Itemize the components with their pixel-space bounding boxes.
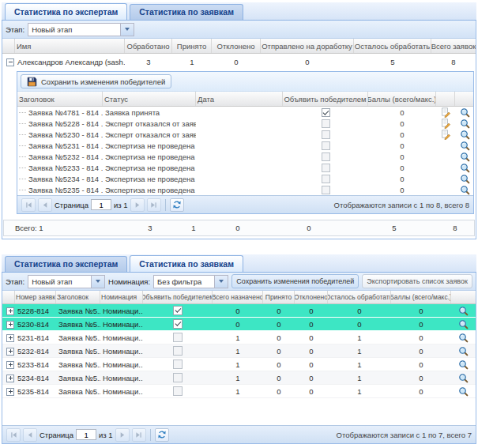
collapse-icon[interactable]	[6, 58, 14, 66]
column-header-accepted[interactable]: Принято	[172, 39, 212, 53]
magnifier-icon[interactable]	[460, 119, 470, 129]
prev-page-button[interactable]	[23, 428, 37, 442]
magnifier-icon[interactable]	[458, 360, 469, 370]
column-header-name[interactable]: Имя	[15, 39, 125, 53]
magnifier-icon[interactable]	[460, 174, 470, 184]
magnifier-icon[interactable]	[460, 130, 470, 140]
expand-icon[interactable]	[6, 334, 14, 342]
winner-checkbox[interactable]	[322, 175, 330, 183]
request-subrow[interactable]: Заявка №5228 - 814 ... Эксперт отказался…	[17, 118, 473, 129]
winner-checkbox[interactable]	[322, 108, 330, 117]
edit-icon[interactable]	[441, 119, 451, 129]
refresh-button[interactable]	[170, 198, 184, 212]
expand-icon[interactable]	[6, 361, 14, 369]
page-input[interactable]	[76, 429, 96, 440]
request-row[interactable]: 5234-814 Заявка №5... Номинаци... 1 0 0 …	[2, 371, 476, 385]
request-row[interactable]: 5231-814 Заявка №5... Номинаци... 1 0 0 …	[2, 331, 476, 344]
winner-checkbox[interactable]	[173, 386, 183, 396]
magnifier-icon[interactable]	[460, 152, 470, 162]
column-header-status[interactable]: Статус	[103, 92, 196, 106]
magnifier-icon[interactable]	[460, 163, 470, 173]
export-requests-button[interactable]: Экспортировать список заявок	[362, 274, 472, 288]
column-header-sent-rework[interactable]: Отправлено на доработку	[261, 39, 354, 53]
edit-icon[interactable]	[441, 130, 451, 140]
winner-checkbox[interactable]	[322, 141, 330, 150]
winner-checkbox[interactable]	[173, 360, 183, 369]
next-page-button[interactable]	[115, 428, 130, 442]
magnifier-icon[interactable]	[460, 141, 470, 151]
last-page-button[interactable]	[147, 198, 161, 212]
expand-icon[interactable]	[6, 307, 14, 315]
request-subrow[interactable]: Заявка №5232 - 814 ... Экспертиза не про…	[17, 151, 473, 162]
magnifier-icon[interactable]	[458, 306, 469, 316]
winner-checkbox[interactable]	[322, 186, 330, 194]
tab-experts-stats[interactable]: Статистика по экспертам	[5, 256, 127, 272]
magnifier-icon[interactable]	[458, 373, 469, 383]
request-row[interactable]: 5228-814 Заявка №5... Номинаци... 0 0 0 …	[2, 304, 476, 318]
refresh-button[interactable]	[155, 428, 169, 442]
edit-icon[interactable]	[441, 107, 451, 118]
request-subrow[interactable]: Заявка №5235 - 814 ... Экспертиза не про…	[17, 184, 473, 195]
winner-checkbox[interactable]	[173, 333, 183, 342]
magnifier-icon[interactable]	[458, 319, 469, 329]
chevron-down-icon[interactable]	[120, 24, 134, 36]
column-header-nomination[interactable]: Номинация	[100, 291, 143, 303]
magnifier-icon[interactable]	[458, 386, 469, 397]
request-subrow[interactable]: Заявка №5231 - 814 ... Экспертиза не про…	[17, 140, 473, 151]
winner-checkbox[interactable]	[173, 319, 183, 329]
request-row[interactable]: 5235-814 Заявка №5... Номинаци... 1 0 0 …	[2, 385, 476, 398]
stage-select[interactable]: Новый этап	[28, 275, 105, 288]
column-header-title[interactable]: Заголовок	[17, 92, 103, 106]
magnifier-icon[interactable]	[458, 333, 469, 343]
tab-experts-stats[interactable]: Статистика по экспертам	[5, 3, 127, 20]
first-page-button[interactable]	[6, 428, 21, 442]
column-header-points[interactable]: Баллы (всего/макс.)	[391, 291, 451, 303]
first-page-button[interactable]	[21, 198, 36, 212]
column-header-declined[interactable]: Отклонено	[212, 39, 261, 53]
column-header-declined[interactable]: Отклонено	[295, 291, 328, 303]
column-header-total[interactable]: Всего заявок	[431, 39, 476, 53]
column-header-declare-winner[interactable]: Объявить победителем	[283, 92, 368, 106]
chevron-down-icon[interactable]	[91, 276, 104, 288]
magnifier-icon[interactable]	[460, 185, 470, 195]
expert-row[interactable]: Александров Александр (sash.ex... 3 1 0 …	[2, 54, 476, 70]
column-header-remaining[interactable]: Осталось обработать	[354, 39, 431, 53]
tab-requests-stats[interactable]: Статистика по заявкам	[130, 255, 243, 272]
nomination-select[interactable]: Без фильтра	[153, 275, 228, 288]
magnifier-icon[interactable]	[458, 346, 469, 356]
request-row[interactable]: 5230-814 Заявка №5... Номинаци... 0 0 0 …	[2, 318, 476, 331]
column-header-declare-winner[interactable]: Объявить победителем	[143, 291, 213, 303]
request-subrow[interactable]: Заявка №4781 - 814 ... Заявка принята 0	[17, 107, 473, 118]
prev-page-button[interactable]	[38, 198, 52, 212]
column-header-title[interactable]: Заголовок	[56, 291, 100, 303]
chevron-down-icon[interactable]	[214, 276, 228, 288]
save-winners-button[interactable]: Сохранить изменения победителей	[231, 274, 359, 288]
expand-icon[interactable]	[6, 321, 14, 329]
column-header-number[interactable]: Номер заявки	[15, 291, 56, 303]
next-page-button[interactable]	[130, 198, 145, 212]
request-subrow[interactable]: Заявка №5233 - 814 ... Экспертиза не про…	[17, 162, 473, 173]
request-subrow[interactable]: Заявка №5230 - 814 ... Эксперт отказался…	[17, 129, 473, 140]
save-winners-button[interactable]: Сохранить изменения победителей	[21, 74, 171, 88]
magnifier-icon[interactable]	[460, 107, 470, 118]
request-row[interactable]: 5233-814 Заявка №5... Номинаци... 1 0 0 …	[2, 358, 476, 371]
column-header-points[interactable]: Баллы (всего/макс.)	[368, 92, 436, 106]
winner-checkbox[interactable]	[322, 152, 330, 161]
winner-checkbox[interactable]	[173, 306, 183, 315]
stage-select[interactable]: Новый этап	[28, 23, 134, 36]
expand-icon[interactable]	[6, 375, 14, 382]
winner-checkbox[interactable]	[322, 119, 330, 128]
column-header-accepted[interactable]: Принято	[263, 291, 295, 303]
winner-checkbox[interactable]	[173, 373, 183, 382]
page-input[interactable]	[91, 199, 111, 210]
request-subrow[interactable]: Заявка №5234 - 814 ... Экспертиза не про…	[17, 173, 473, 184]
winner-checkbox[interactable]	[173, 346, 183, 356]
column-header-remaining[interactable]: Осталось обработать	[328, 291, 391, 303]
winner-checkbox[interactable]	[322, 130, 330, 139]
expand-icon[interactable]	[6, 348, 14, 356]
expand-icon[interactable]	[6, 388, 14, 396]
last-page-button[interactable]	[132, 428, 146, 442]
tab-requests-stats[interactable]: Статистика по заявкам	[130, 4, 243, 20]
request-row[interactable]: 5232-814 Заявка №5... Номинаци... 1 0 0 …	[2, 344, 476, 358]
column-header-processed[interactable]: Обработано	[125, 39, 172, 53]
